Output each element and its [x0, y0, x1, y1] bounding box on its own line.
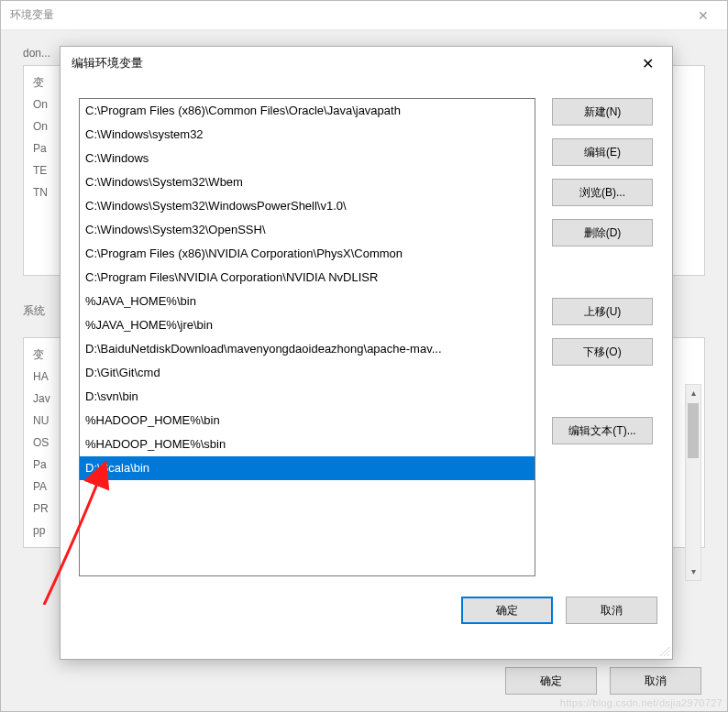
path-item[interactable]: C:\Windows\system32 — [80, 123, 535, 147]
path-item[interactable]: C:\Windows — [80, 147, 535, 170]
inner-ok-button[interactable]: 确定 — [461, 597, 553, 624]
path-item[interactable]: %JAVA_HOME%\jre\bin — [80, 313, 535, 337]
inner-title: 编辑环境变量 — [72, 55, 634, 71]
outer-close-icon[interactable]: ✕ — [689, 5, 718, 27]
inner-footer: 确定 取消 — [61, 586, 672, 637]
edit-env-var-dialog: 编辑环境变量 ✕ C:\Program Files (x86)\Common F… — [60, 46, 673, 660]
watermark: https://blog.csdn.net/dsjia2970727 — [560, 697, 722, 708]
path-item[interactable]: D:\Git\Git\cmd — [80, 361, 535, 385]
path-item[interactable]: C:\Program Files\NVIDIA Corporation\NVID… — [80, 266, 535, 290]
spacer — [552, 259, 653, 285]
spacer — [552, 378, 653, 404]
sys-vars-scrollbar[interactable]: ▴ ▾ — [685, 384, 701, 581]
path-item[interactable]: D:\Scala\bin — [80, 456, 535, 480]
scroll-up-icon[interactable]: ▴ — [686, 385, 700, 401]
path-item[interactable]: C:\Windows\System32\OpenSSH\ — [80, 218, 535, 242]
browse-button[interactable]: 浏览(B)... — [552, 179, 653, 206]
outer-title: 环境变量 — [10, 7, 54, 23]
inner-close-icon[interactable]: ✕ — [634, 53, 661, 74]
side-button-column: 新建(N) 编辑(E) 浏览(B)... 删除(D) 上移(U) 下移(O) 编… — [552, 98, 653, 576]
new-button[interactable]: 新建(N) — [552, 98, 653, 126]
path-item[interactable]: %JAVA_HOME%\bin — [80, 290, 535, 313]
path-item[interactable]: C:\Windows\System32\Wbem — [80, 170, 535, 194]
path-item[interactable]: C:\Program Files (x86)\Common Files\Orac… — [80, 99, 535, 123]
move-up-button[interactable]: 上移(U) — [552, 298, 653, 325]
inner-titlebar: 编辑环境变量 ✕ — [61, 47, 672, 80]
path-item[interactable]: %HADOOP_HOME%\sbin — [80, 433, 535, 456]
path-item[interactable]: C:\Program Files (x86)\NVIDIA Corporatio… — [80, 242, 535, 266]
inner-body: C:\Program Files (x86)\Common Files\Orac… — [61, 80, 672, 586]
path-list[interactable]: C:\Program Files (x86)\Common Files\Orac… — [79, 98, 535, 576]
delete-button[interactable]: 删除(D) — [552, 219, 653, 246]
resize-grip-icon[interactable] — [657, 644, 670, 657]
path-item[interactable]: %HADOOP_HOME%\bin — [80, 409, 535, 433]
path-item[interactable]: C:\Windows\System32\WindowsPowerShell\v1… — [80, 194, 535, 218]
inner-cancel-button[interactable]: 取消 — [566, 597, 657, 624]
outer-ok-button[interactable]: 确定 — [505, 667, 597, 695]
move-down-button[interactable]: 下移(O) — [552, 338, 653, 366]
outer-footer-buttons: 确定 取消 — [505, 667, 701, 695]
outer-cancel-button[interactable]: 取消 — [610, 667, 701, 695]
edit-text-button[interactable]: 编辑文本(T)... — [552, 417, 653, 444]
path-item[interactable]: D:\BaiduNetdiskDownload\mavenyongdaoidea… — [80, 337, 535, 361]
scroll-down-icon[interactable]: ▾ — [686, 564, 700, 580]
path-item[interactable]: D:\svn\bin — [80, 385, 535, 409]
svg-line-2 — [667, 654, 669, 656]
outer-titlebar: 环境变量 ✕ — [1, 1, 727, 30]
edit-button[interactable]: 编辑(E) — [552, 138, 653, 166]
scroll-thumb[interactable] — [688, 403, 699, 458]
